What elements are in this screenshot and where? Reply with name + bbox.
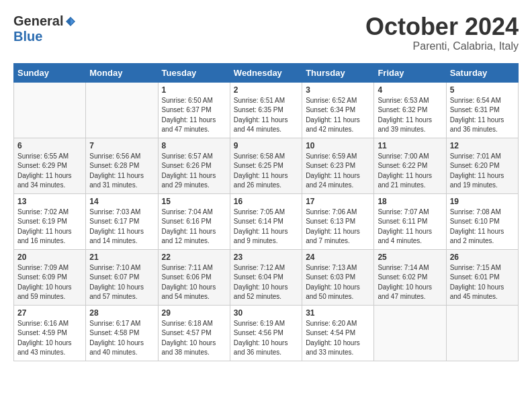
page-header: General Blue October 2024 Parenti, Calab… — [13, 13, 519, 52]
calendar-table: SundayMondayTuesdayWednesdayThursdayFrid… — [13, 63, 519, 361]
day-number: 9 — [234, 141, 298, 150]
day-info: Sunrise: 6:18 AM Sunset: 4:57 PM Dayligh… — [162, 319, 226, 358]
weekday-header-sunday: Sunday — [14, 63, 86, 82]
calendar-cell — [14, 82, 86, 138]
calendar-cell: 24Sunrise: 7:13 AM Sunset: 6:03 PM Dayli… — [302, 249, 374, 305]
day-info: Sunrise: 6:54 AM Sunset: 6:31 PM Dayligh… — [450, 96, 515, 135]
calendar-cell: 27Sunrise: 6:16 AM Sunset: 4:59 PM Dayli… — [14, 305, 86, 361]
day-number: 13 — [17, 197, 82, 206]
day-info: Sunrise: 7:04 AM Sunset: 6:16 PM Dayligh… — [162, 208, 226, 246]
calendar-cell: 14Sunrise: 7:03 AM Sunset: 6:17 PM Dayli… — [86, 193, 158, 249]
weekday-header-thursday: Thursday — [302, 63, 374, 82]
day-info: Sunrise: 6:17 AM Sunset: 4:58 PM Dayligh… — [89, 319, 154, 358]
day-number: 15 — [162, 197, 226, 206]
day-number: 22 — [162, 253, 226, 262]
day-number: 4 — [378, 85, 442, 95]
calendar-cell: 17Sunrise: 7:06 AM Sunset: 6:13 PM Dayli… — [302, 193, 374, 249]
weekday-header-monday: Monday — [86, 63, 158, 82]
day-number: 23 — [234, 253, 298, 262]
weekday-header-friday: Friday — [374, 63, 446, 82]
calendar-cell: 5Sunrise: 6:54 AM Sunset: 6:31 PM Daylig… — [446, 82, 518, 138]
day-info: Sunrise: 7:10 AM Sunset: 6:07 PM Dayligh… — [89, 263, 154, 302]
calendar-week-row: 20Sunrise: 7:09 AM Sunset: 6:09 PM Dayli… — [14, 249, 519, 305]
logo-icon — [64, 15, 77, 28]
calendar-cell: 3Sunrise: 6:52 AM Sunset: 6:34 PM Daylig… — [302, 82, 374, 138]
day-number: 29 — [162, 308, 226, 318]
day-info: Sunrise: 7:08 AM Sunset: 6:10 PM Dayligh… — [450, 208, 515, 246]
day-info: Sunrise: 6:20 AM Sunset: 4:54 PM Dayligh… — [306, 319, 370, 358]
calendar-cell: 8Sunrise: 6:57 AM Sunset: 6:26 PM Daylig… — [158, 138, 230, 193]
day-info: Sunrise: 7:12 AM Sunset: 6:04 PM Dayligh… — [234, 263, 298, 302]
day-number: 11 — [378, 141, 442, 150]
day-info: Sunrise: 7:03 AM Sunset: 6:17 PM Dayligh… — [89, 208, 154, 246]
calendar-cell — [446, 305, 518, 361]
day-info: Sunrise: 7:14 AM Sunset: 6:02 PM Dayligh… — [378, 263, 442, 302]
calendar-cell — [86, 82, 158, 138]
day-number: 5 — [450, 85, 515, 95]
day-number: 14 — [89, 197, 154, 206]
day-info: Sunrise: 7:05 AM Sunset: 6:14 PM Dayligh… — [234, 208, 298, 246]
calendar-cell: 9Sunrise: 6:58 AM Sunset: 6:25 PM Daylig… — [230, 138, 302, 193]
day-number: 6 — [17, 141, 82, 150]
day-info: Sunrise: 7:07 AM Sunset: 6:11 PM Dayligh… — [378, 208, 442, 246]
day-info: Sunrise: 6:52 AM Sunset: 6:34 PM Dayligh… — [306, 96, 370, 135]
day-info: Sunrise: 7:00 AM Sunset: 6:22 PM Dayligh… — [378, 152, 442, 191]
day-info: Sunrise: 6:53 AM Sunset: 6:32 PM Dayligh… — [378, 96, 442, 135]
day-number: 19 — [450, 197, 515, 206]
day-number: 1 — [162, 85, 226, 95]
month-title: October 2024 — [365, 13, 519, 40]
day-number: 27 — [17, 308, 82, 318]
day-info: Sunrise: 6:51 AM Sunset: 6:35 PM Dayligh… — [234, 96, 298, 135]
day-number: 26 — [450, 253, 515, 262]
calendar-cell: 16Sunrise: 7:05 AM Sunset: 6:14 PM Dayli… — [230, 193, 302, 249]
calendar-cell: 22Sunrise: 7:11 AM Sunset: 6:06 PM Dayli… — [158, 249, 230, 305]
day-number: 12 — [450, 141, 515, 150]
calendar-cell: 31Sunrise: 6:20 AM Sunset: 4:54 PM Dayli… — [302, 305, 374, 361]
day-info: Sunrise: 7:06 AM Sunset: 6:13 PM Dayligh… — [306, 208, 370, 246]
weekday-header-saturday: Saturday — [446, 63, 518, 82]
calendar-week-row: 6Sunrise: 6:55 AM Sunset: 6:29 PM Daylig… — [14, 138, 519, 193]
day-number: 17 — [306, 197, 370, 206]
day-number: 24 — [306, 253, 370, 262]
title-block: October 2024 Parenti, Calabria, Italy — [365, 13, 519, 52]
weekday-header-row: SundayMondayTuesdayWednesdayThursdayFrid… — [14, 63, 519, 82]
calendar-cell: 18Sunrise: 7:07 AM Sunset: 6:11 PM Dayli… — [374, 193, 446, 249]
day-number: 8 — [162, 141, 226, 150]
day-info: Sunrise: 6:58 AM Sunset: 6:25 PM Dayligh… — [234, 152, 298, 191]
calendar-cell: 11Sunrise: 7:00 AM Sunset: 6:22 PM Dayli… — [374, 138, 446, 193]
calendar-cell: 28Sunrise: 6:17 AM Sunset: 4:58 PM Dayli… — [86, 305, 158, 361]
calendar-cell: 7Sunrise: 6:56 AM Sunset: 6:28 PM Daylig… — [86, 138, 158, 193]
day-number: 20 — [17, 253, 82, 262]
day-info: Sunrise: 7:11 AM Sunset: 6:06 PM Dayligh… — [162, 263, 226, 302]
calendar-cell: 2Sunrise: 6:51 AM Sunset: 6:35 PM Daylig… — [230, 82, 302, 138]
day-number: 16 — [234, 197, 298, 206]
day-info: Sunrise: 7:02 AM Sunset: 6:19 PM Dayligh… — [17, 208, 82, 246]
day-info: Sunrise: 6:56 AM Sunset: 6:28 PM Dayligh… — [89, 152, 154, 191]
day-info: Sunrise: 7:01 AM Sunset: 6:20 PM Dayligh… — [450, 152, 515, 191]
day-info: Sunrise: 7:15 AM Sunset: 6:01 PM Dayligh… — [450, 263, 515, 302]
calendar-cell — [374, 305, 446, 361]
day-info: Sunrise: 6:19 AM Sunset: 4:56 PM Dayligh… — [234, 319, 298, 358]
day-info: Sunrise: 6:50 AM Sunset: 6:37 PM Dayligh… — [162, 96, 226, 135]
calendar-cell: 6Sunrise: 6:55 AM Sunset: 6:29 PM Daylig… — [14, 138, 86, 193]
calendar-cell: 30Sunrise: 6:19 AM Sunset: 4:56 PM Dayli… — [230, 305, 302, 361]
calendar-cell: 4Sunrise: 6:53 AM Sunset: 6:32 PM Daylig… — [374, 82, 446, 138]
calendar-cell: 26Sunrise: 7:15 AM Sunset: 6:01 PM Dayli… — [446, 249, 518, 305]
logo: General Blue — [13, 13, 77, 44]
calendar-cell: 1Sunrise: 6:50 AM Sunset: 6:37 PM Daylig… — [158, 82, 230, 138]
calendar-week-row: 1Sunrise: 6:50 AM Sunset: 6:37 PM Daylig… — [14, 82, 519, 138]
logo-general: General — [13, 13, 63, 29]
day-info: Sunrise: 6:16 AM Sunset: 4:59 PM Dayligh… — [17, 319, 82, 358]
calendar-cell: 21Sunrise: 7:10 AM Sunset: 6:07 PM Dayli… — [86, 249, 158, 305]
calendar-cell: 25Sunrise: 7:14 AM Sunset: 6:02 PM Dayli… — [374, 249, 446, 305]
day-number: 7 — [89, 141, 154, 150]
day-number: 30 — [234, 308, 298, 318]
calendar-cell: 13Sunrise: 7:02 AM Sunset: 6:19 PM Dayli… — [14, 193, 86, 249]
calendar-cell: 23Sunrise: 7:12 AM Sunset: 6:04 PM Dayli… — [230, 249, 302, 305]
weekday-header-wednesday: Wednesday — [230, 63, 302, 82]
calendar-cell: 20Sunrise: 7:09 AM Sunset: 6:09 PM Dayli… — [14, 249, 86, 305]
day-info: Sunrise: 6:59 AM Sunset: 6:23 PM Dayligh… — [306, 152, 370, 191]
calendar-cell: 19Sunrise: 7:08 AM Sunset: 6:10 PM Dayli… — [446, 193, 518, 249]
calendar-cell: 10Sunrise: 6:59 AM Sunset: 6:23 PM Dayli… — [302, 138, 374, 193]
day-number: 25 — [378, 253, 442, 262]
